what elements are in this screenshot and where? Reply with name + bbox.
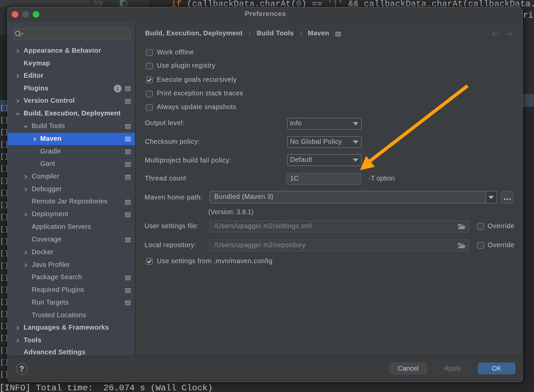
svg-text:?: ? (19, 365, 24, 373)
